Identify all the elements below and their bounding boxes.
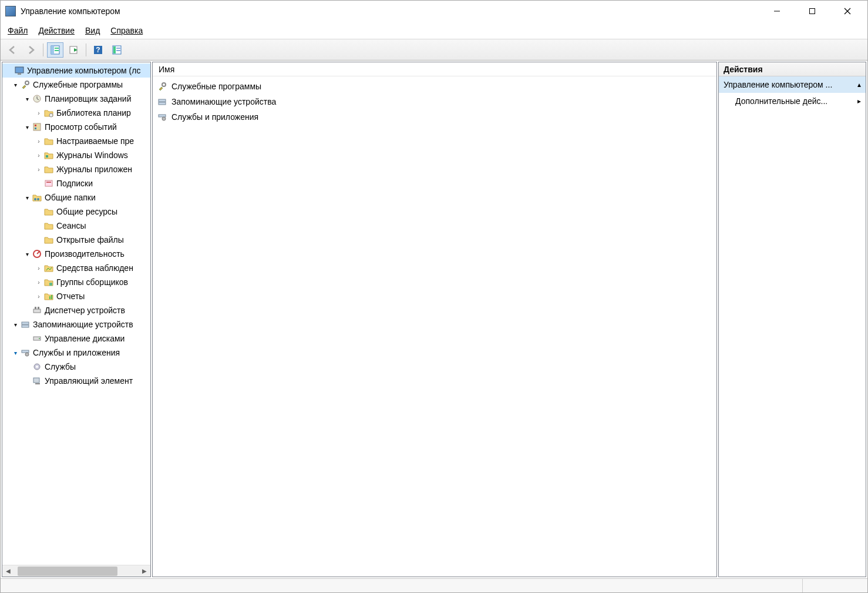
export-button[interactable] — [66, 42, 82, 58]
tree-reports[interactable]: › Отчеты — [2, 289, 150, 303]
menu-file[interactable]: Файл — [8, 26, 28, 35]
tree-panel: Управление компьютером (лс ▾ Служебные п… — [2, 62, 151, 577]
show-tree-button[interactable] — [47, 42, 63, 58]
tree-collector-sets[interactable]: › Группы сборщиков — [2, 275, 150, 289]
folder-icon — [43, 136, 54, 146]
performance-icon — [32, 249, 42, 259]
subscription-icon — [43, 178, 54, 189]
list-item[interactable]: Служебные программы — [156, 79, 713, 94]
properties-button[interactable] — [109, 42, 125, 58]
tree-performance[interactable]: ▾ Производительность — [2, 247, 150, 261]
menu-action[interactable]: Действие — [38, 26, 75, 35]
titlebar: Управление компьютером — [1, 1, 867, 22]
tree-label: Группы сборщиков — [56, 277, 128, 287]
tree-windows-logs[interactable]: › Журналы Windows — [2, 148, 150, 162]
tree-wmi[interactable]: Управляющий элемент — [2, 374, 150, 388]
scroll-right-button[interactable]: ▶ — [139, 566, 150, 577]
tree-device-manager[interactable]: Диспетчер устройств — [2, 303, 150, 317]
content-panel: Имя Служебные программы Запоминающие уст… — [152, 62, 717, 577]
tree-shares[interactable]: Общие ресурсы — [2, 205, 150, 219]
scroll-left-button[interactable]: ◀ — [2, 566, 14, 577]
nav-tree[interactable]: Управление компьютером (лс ▾ Служебные п… — [2, 62, 150, 388]
tree-label: Настраиваемые пре — [56, 136, 134, 146]
svg-rect-30 — [49, 296, 51, 299]
svg-rect-15 — [15, 67, 23, 73]
nav-back-button[interactable] — [4, 42, 21, 58]
tree-services-apps[interactable]: ▾ Службы и приложения — [2, 346, 150, 360]
list-item[interactable]: Запоминающие устройства — [156, 94, 713, 109]
tree-app-logs[interactable]: › Журналы приложен — [2, 162, 150, 176]
tree-open-files[interactable]: Открытые файлы — [2, 233, 150, 247]
menu-help[interactable]: Справка — [110, 26, 143, 35]
tree-event-viewer[interactable]: ▾ Просмотр событий — [2, 120, 150, 134]
tree-subscriptions[interactable]: Подписки — [2, 176, 150, 190]
svg-rect-6 — [55, 48, 59, 49]
column-header-name[interactable]: Имя — [153, 62, 716, 76]
tree-shared-folders[interactable]: ▾ Общие папки — [2, 190, 150, 205]
shared-folder-icon — [32, 192, 42, 203]
actions-panel: Действия Управление компьютером ... ▴ До… — [718, 62, 866, 577]
svg-rect-43 — [33, 378, 39, 383]
tree-task-scheduler[interactable]: ▾ Планировщик заданий — [2, 92, 150, 106]
svg-point-26 — [34, 198, 36, 200]
svg-point-49 — [162, 117, 166, 120]
tree-system-tools[interactable]: ▾ Служебные программы — [2, 78, 150, 92]
tree-label: Сеансы — [56, 221, 86, 230]
list-item-label: Службы и приложения — [171, 112, 258, 122]
statusbar-divider — [802, 579, 803, 592]
actions-more[interactable]: Дополнительные дейс... ▸ — [719, 93, 866, 109]
tree-services[interactable]: Службы — [2, 360, 150, 374]
tree-label: Управление компьютером (лс — [27, 66, 140, 75]
tree-label: Библиотека планир — [56, 108, 131, 118]
scroll-track[interactable] — [14, 566, 139, 577]
svg-rect-12 — [113, 46, 116, 53]
list-item-label: Служебные программы — [171, 82, 261, 91]
wmi-icon — [32, 376, 42, 386]
svg-rect-21 — [35, 125, 36, 126]
tree-label: Службы и приложения — [33, 348, 120, 357]
menu-view[interactable]: Вид — [85, 26, 100, 35]
svg-rect-44 — [35, 383, 40, 384]
scroll-thumb[interactable] — [18, 567, 117, 576]
tree-label: Отчеты — [56, 292, 85, 301]
disk-icon — [32, 333, 42, 344]
tree-disk-mgmt[interactable]: Управление дисками — [2, 331, 150, 346]
tools-icon — [156, 81, 168, 92]
tools-icon — [20, 79, 31, 90]
svg-point-42 — [36, 366, 38, 368]
tree-label: Службы — [45, 362, 76, 371]
tree-label: Средства наблюден — [56, 263, 133, 273]
svg-rect-25 — [46, 182, 51, 183]
list-item[interactable]: Службы и приложения — [156, 109, 713, 125]
tree-label: Планировщик заданий — [45, 94, 131, 103]
app-icon — [5, 6, 16, 16]
tree-root[interactable]: Управление компьютером (лс — [2, 63, 150, 78]
share-icon — [43, 206, 54, 217]
tree-custom-views[interactable]: › Настраиваемые пре — [2, 134, 150, 148]
maximize-button[interactable] — [795, 1, 830, 21]
menubar: Файл Действие Вид Справка — [1, 22, 867, 39]
nav-forward-button[interactable] — [23, 42, 39, 58]
minimize-button[interactable] — [759, 1, 795, 21]
toolbar-separator — [43, 43, 43, 56]
svg-rect-20 — [33, 123, 41, 130]
open-files-icon — [43, 234, 54, 245]
content-list[interactable]: Служебные программы Запоминающие устройс… — [153, 76, 716, 127]
chevron-right-icon: ▸ — [857, 97, 861, 105]
tree-hscrollbar[interactable]: ◀ ▶ — [2, 565, 150, 577]
close-button[interactable] — [830, 1, 865, 21]
svg-point-38 — [39, 338, 40, 339]
tree-storage[interactable]: ▾ Запоминающие устройств — [2, 317, 150, 331]
tree-label: Общие ресурсы — [56, 207, 117, 216]
reports-icon — [43, 291, 54, 301]
actions-more-label: Дополнительные дейс... — [735, 96, 827, 106]
tree-monitoring[interactable]: › Средства наблюден — [2, 261, 150, 275]
tree-scheduler-library[interactable]: › Библиотека планир — [2, 106, 150, 120]
tree-label: Запоминающие устройств — [33, 320, 133, 329]
event-viewer-icon — [32, 122, 42, 132]
actions-group[interactable]: Управление компьютером ... ▴ — [719, 76, 866, 93]
tree-sessions[interactable]: Сеансы — [2, 219, 150, 233]
toolbar: ? — [1, 39, 867, 61]
svg-rect-16 — [18, 73, 21, 75]
help-button[interactable]: ? — [90, 42, 106, 58]
